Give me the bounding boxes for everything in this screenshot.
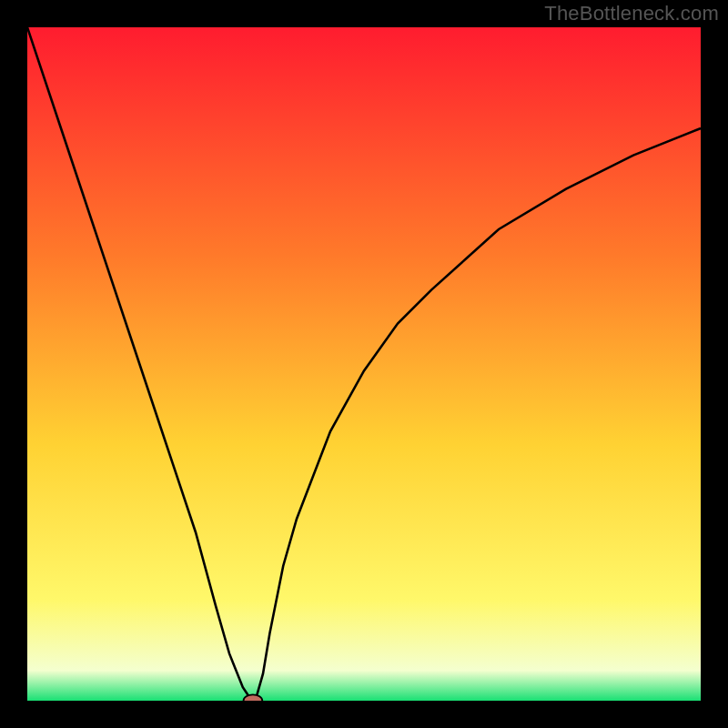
chart-frame — [27, 27, 701, 701]
page-root: TheBottleneck.com — [0, 0, 728, 728]
watermark-text: TheBottleneck.com — [544, 2, 719, 25]
gradient-background — [27, 27, 701, 701]
optimum-marker — [244, 694, 263, 701]
chart-svg — [27, 27, 701, 701]
